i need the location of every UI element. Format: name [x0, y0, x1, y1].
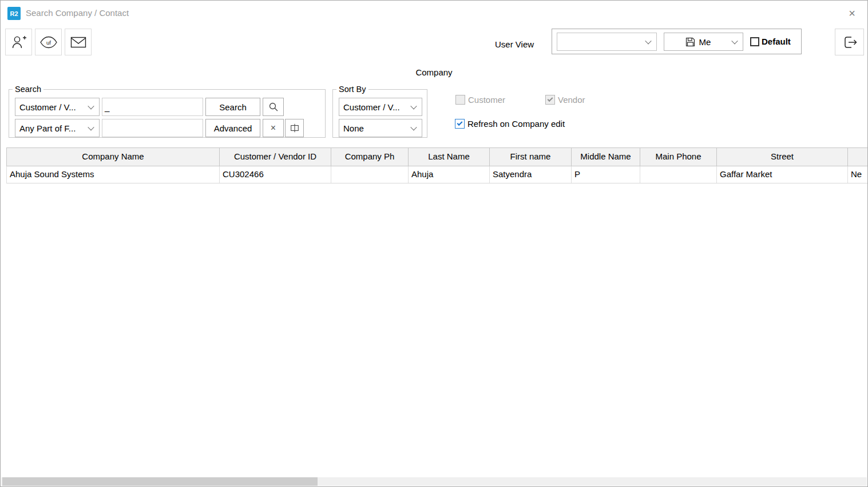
save-view-me-button[interactable]: Me — [664, 33, 732, 51]
default-checkbox[interactable] — [750, 37, 759, 46]
me-button-label: Me — [699, 37, 711, 47]
advanced-button-label: Advanced — [214, 123, 252, 133]
sort-by-legend: Sort By — [336, 84, 368, 94]
column-header-middle-name[interactable]: Middle Name — [572, 148, 640, 166]
secondary-search-input[interactable] — [102, 119, 203, 137]
add-person-icon — [11, 34, 27, 50]
window-title: Search Company / Contact — [26, 1, 129, 26]
column-header-clipped[interactable] — [848, 148, 868, 166]
search-company-contact-window: R2 Search Company / Contact × uf — [0, 0, 868, 487]
eye-uf-icon: uf — [39, 35, 58, 49]
chevron-down-icon — [645, 38, 651, 44]
customer-checkbox-label: Customer — [468, 95, 505, 105]
cell-main-phone — [640, 166, 717, 183]
grid-header-row: Company Name Customer / Vendor ID Compan… — [6, 147, 868, 166]
title-bar: R2 Search Company / Contact × — [1, 1, 867, 26]
match-type-select-value: Any Part of F... — [19, 123, 76, 133]
add-contact-button[interactable] — [5, 29, 32, 55]
search-button-label: Search — [219, 102, 247, 112]
vendor-checkbox-label: Vendor — [558, 95, 585, 105]
refresh-on-edit-label: Refresh on Company edit — [467, 119, 565, 129]
search-field-select[interactable]: Customer / V... — [15, 98, 100, 116]
save-floppy-icon — [685, 37, 695, 47]
r2-logo: R2 — [7, 7, 21, 20]
save-view-dropdown-button[interactable] — [732, 33, 743, 51]
advanced-button[interactable]: Advanced — [205, 119, 260, 137]
window-split-icon — [290, 123, 300, 133]
column-header-first-name[interactable]: First name — [490, 148, 572, 166]
sort-by-group: Sort By Customer / V... None — [332, 89, 427, 138]
svg-text:uf: uf — [46, 39, 51, 45]
search-input[interactable]: _ — [102, 98, 203, 116]
checkmark-icon — [548, 96, 553, 102]
cell-customer-vendor-id: CU302466 — [220, 166, 331, 183]
magnifier-icon — [268, 102, 279, 112]
envelope-icon — [70, 37, 86, 48]
company-section-label: Company — [1, 67, 867, 77]
cell-middle-name: P — [572, 166, 640, 183]
default-view-option: Default — [750, 37, 791, 46]
sort-secondary-select[interactable]: None — [339, 119, 422, 137]
column-header-customer-vendor-id[interactable]: Customer / Vendor ID — [220, 148, 331, 166]
user-view-group: Me Default — [552, 29, 802, 54]
clear-x-icon: × — [271, 123, 276, 133]
checkmark-icon — [457, 120, 463, 126]
chevron-down-icon — [410, 103, 417, 109]
search-field-select-value: Customer / V... — [19, 102, 76, 112]
cell-first-name: Satyendra — [490, 166, 572, 183]
horizontal-scrollbar-thumb[interactable] — [2, 477, 318, 486]
chevron-down-icon — [410, 124, 417, 130]
column-header-company-ph[interactable]: Company Ph — [331, 148, 409, 166]
clear-search-button[interactable]: × — [263, 119, 284, 137]
quick-search-button[interactable] — [263, 98, 284, 116]
search-group: Search Customer / V... _ Search Any Part… — [9, 89, 326, 138]
horizontal-scrollbar[interactable] — [1, 477, 867, 486]
expand-window-button[interactable] — [285, 119, 304, 137]
user-view-select[interactable] — [557, 33, 657, 51]
match-type-select[interactable]: Any Part of F... — [15, 119, 100, 137]
column-header-street[interactable]: Street — [717, 148, 848, 166]
toolbar: uf — [5, 29, 92, 55]
cell-company-ph — [331, 166, 409, 183]
refresh-on-edit-checkbox[interactable] — [455, 119, 465, 129]
chevron-down-icon — [731, 38, 738, 44]
email-button[interactable] — [65, 29, 92, 55]
default-checkbox-label: Default — [762, 37, 791, 46]
sort-secondary-value: None — [343, 123, 364, 133]
cell-last-name: Ahuja — [409, 166, 490, 183]
search-group-legend: Search — [13, 84, 43, 94]
search-button[interactable]: Search — [205, 98, 260, 116]
chevron-down-icon — [88, 103, 94, 109]
user-view-label: User View — [495, 36, 534, 53]
user-fields-view-button[interactable]: uf — [35, 29, 62, 55]
close-button[interactable]: × — [842, 4, 862, 22]
cell-clipped: Ne — [848, 166, 868, 183]
column-header-main-phone[interactable]: Main Phone — [640, 148, 717, 166]
search-input-value: _ — [105, 102, 109, 112]
vendor-filter: Vendor — [545, 95, 585, 105]
exit-button[interactable] — [835, 29, 864, 55]
cell-street: Gaffar Market — [717, 166, 848, 183]
refresh-on-edit-option: Refresh on Company edit — [455, 119, 565, 129]
sort-primary-value: Customer / V... — [343, 102, 400, 112]
vendor-checkbox[interactable] — [545, 95, 555, 105]
customer-filter: Customer — [455, 95, 505, 105]
column-header-company-name[interactable]: Company Name — [6, 148, 220, 166]
column-header-last-name[interactable]: Last Name — [409, 148, 490, 166]
chevron-down-icon — [88, 124, 94, 130]
sort-primary-select[interactable]: Customer / V... — [339, 98, 422, 116]
table-row[interactable]: Ahuja Sound Systems CU302466 Ahuja Satye… — [6, 166, 868, 183]
cell-company-name: Ahuja Sound Systems — [6, 166, 220, 183]
customer-checkbox[interactable] — [455, 95, 465, 105]
exit-arrow-icon — [842, 35, 857, 50]
results-grid: Company Name Customer / Vendor ID Compan… — [6, 147, 868, 183]
